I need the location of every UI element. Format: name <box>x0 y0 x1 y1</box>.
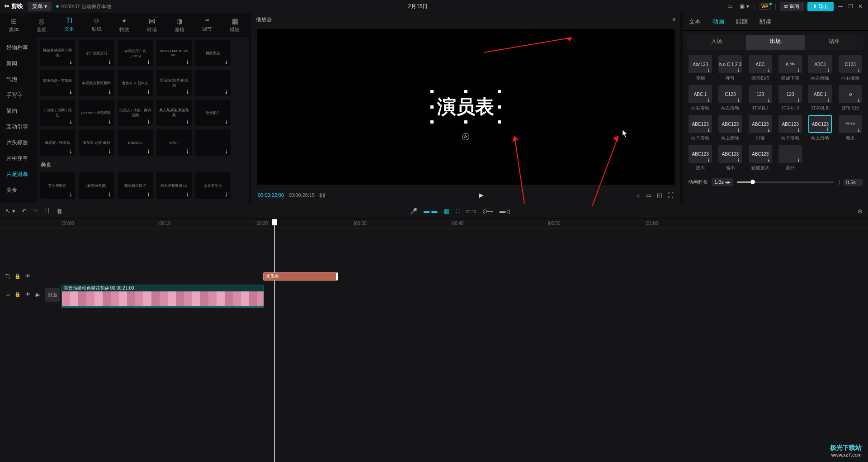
export-button[interactable]: ⬆ 导出 <box>807 2 834 11</box>
animation-item[interactable]: C123⭳向右擦除 <box>837 55 863 81</box>
category-item[interactable]: 好物种草 <box>0 40 37 56</box>
template-thumb[interactable]: BYE~⭳ <box>156 129 192 156</box>
download-icon[interactable]: ⭳ <box>146 59 151 64</box>
duration-slider[interactable] <box>737 181 834 183</box>
template-thumb[interactable]: 我的厨房日记⭳ <box>118 172 153 199</box>
sub-tab-出场[interactable]: 出场 <box>746 35 805 50</box>
template-thumb[interactable]: 出品人 | 小孩 · 剪辑后勤⭳ <box>118 100 153 126</box>
template-thumb[interactable]: ENDING⭳ <box>118 129 153 156</box>
download-icon[interactable]: ⭳ <box>767 128 771 132</box>
inspector-tab-动画[interactable]: 动画 <box>712 18 724 26</box>
download-icon[interactable]: ⭳ <box>146 119 151 124</box>
sub-tab-循环[interactable]: 循环 <box>805 35 863 50</box>
lock-icon[interactable]: 🔒 <box>14 291 21 297</box>
template-thumb[interactable]: ⭳ <box>195 70 231 96</box>
animation-item[interactable]: 123⭳打字机 I <box>747 85 774 111</box>
text-track-controls[interactable]: T¦ 🔒 👁 <box>5 273 30 279</box>
maximize-icon[interactable]: ☐ <box>847 3 854 10</box>
mode-tab-媒体[interactable]: ⊞媒体 <box>0 13 28 37</box>
download-icon[interactable]: ⭳ <box>185 149 190 154</box>
visibility-icon[interactable]: 👁 <box>25 273 30 279</box>
download-icon[interactable]: ⭳ <box>108 192 112 197</box>
timeline[interactable]: |00:00|00:10|00:20|00:30|00:40|00:50|01:… <box>0 219 868 462</box>
download-icon[interactable]: ⭳ <box>185 59 190 64</box>
template-thumb[interactable]: ｜出镜｜后期｜策划⭳ <box>40 100 75 126</box>
animation-item[interactable]: ABC123⭳向下滑动 <box>777 115 803 141</box>
download-icon[interactable]: ⭳ <box>108 149 112 154</box>
animation-item[interactable]: Abc123⭳变翻 <box>687 55 713 81</box>
template-thumb[interactable]: 出品|策划|导演|后期⭳ <box>156 70 192 96</box>
template-thumb[interactable]: 演员表 导演 编剧⭳ <box>79 129 114 156</box>
duration-max[interactable]: 0.5s <box>844 179 863 186</box>
template-thumb[interactable]: 今日的观众们⭳ <box>79 40 114 66</box>
redo-icon[interactable]: ↷ <box>33 208 38 214</box>
close-icon[interactable]: ✕ <box>857 3 863 10</box>
download-icon[interactable]: ⭳ <box>767 98 771 102</box>
preview-canvas[interactable]: 演员表 ⟳ <box>257 29 675 185</box>
visibility-icon[interactable]: 👁 <box>25 291 30 297</box>
animation-item[interactable]: ABC1⭳向左擦除 <box>807 55 833 81</box>
marker-icon[interactable]: ▮▮ <box>319 192 326 198</box>
template-thumb[interactable]: 珍贵影片⭳ <box>195 100 231 126</box>
animation-item[interactable]: ABC 1⭳向右滑动 <box>687 85 713 111</box>
video-track-controls[interactable]: ▭ 🔒 👁 🔈 <box>5 291 41 297</box>
template-thumb[interactable]: 土豆新吃法⭳ <box>195 172 231 199</box>
download-icon[interactable]: ⭳ <box>146 89 151 94</box>
download-icon[interactable]: ⭳ <box>69 149 73 154</box>
mode-tab-模板[interactable]: ▦模板 <box>221 13 249 37</box>
download-icon[interactable]: ⭳ <box>736 98 741 102</box>
template-thumb[interactable]: 芝士厚吐司⭳ <box>40 172 75 199</box>
template-thumb[interactable]: 剪映出品⭳ <box>195 40 231 66</box>
download-icon[interactable]: ⭳ <box>185 192 190 197</box>
animation-item[interactable]: ABC123⭳向下滑动 <box>687 115 713 141</box>
category-item[interactable]: 美食 <box>0 182 37 198</box>
timeline-ruler[interactable]: |00:00|00:10|00:20|00:30|00:40|00:50|01:… <box>0 219 868 229</box>
category-item[interactable]: 片尾谢幕 <box>0 167 37 182</box>
download-icon[interactable]: ⭳ <box>736 128 741 132</box>
inspector-tab-跟踪[interactable]: 跟踪 <box>736 18 748 26</box>
text-clip[interactable]: 演员表 <box>263 272 338 281</box>
clip-mode-icon[interactable]: ▬◁ <box>500 208 510 214</box>
download-icon[interactable]: ⭳ <box>707 128 711 132</box>
undo-icon[interactable]: ↶ <box>22 208 27 214</box>
download-icon[interactable]: ⭳ <box>736 68 741 72</box>
magnet-icon[interactable]: ▥ <box>444 208 449 214</box>
download-icon[interactable]: ⭳ <box>707 157 711 162</box>
download-icon[interactable]: ⭳ <box>826 68 830 72</box>
duration-input[interactable]: 1.0s ◂▸ <box>712 178 733 186</box>
animation-item[interactable]: 123⭳打字机 II <box>777 85 803 111</box>
download-icon[interactable]: ⭳ <box>224 119 229 124</box>
template-thumb[interactable]: |春季特色菜|⭳ <box>79 172 114 199</box>
lock-icon[interactable]: 🔒 <box>14 273 21 279</box>
category-item[interactable]: 气泡 <box>0 71 37 87</box>
mode-tab-贴纸[interactable]: ☺贴纸 <box>83 13 110 37</box>
template-thumb[interactable]: ⭳ <box>195 129 231 156</box>
animation-item[interactable]: ABC 1⭳打字机 III <box>807 85 833 111</box>
template-thumb[interactable]: 某人某某某 某某某某⭳ <box>156 100 192 126</box>
animation-item[interactable]: ↺⭳旋转飞出 <box>837 85 863 111</box>
play-button[interactable]: ▶ <box>330 191 632 199</box>
cover-button[interactable]: 封面 <box>45 288 60 302</box>
download-icon[interactable]: ⭳ <box>707 98 711 102</box>
preview-mode-icon[interactable]: ⊙— <box>482 208 493 214</box>
layout-icon-2[interactable]: ▣ ▾ <box>739 2 750 11</box>
animation-item[interactable]: A ᴬᴮᶜ⭳螺旋下降 <box>777 55 803 81</box>
download-icon[interactable]: ⭳ <box>797 157 801 162</box>
download-icon[interactable]: ⭳ <box>69 59 73 64</box>
animation-item[interactable]: ⭳展开 <box>777 145 803 171</box>
download-icon[interactable]: ⭳ <box>826 98 830 102</box>
download-icon[interactable]: ⭳ <box>185 89 190 94</box>
review-button[interactable]: ⧉ 审阅 <box>780 2 804 11</box>
mode-tab-转场[interactable]: ⋈转场 <box>138 13 166 37</box>
fullscreen-icon[interactable]: ⛶ <box>668 192 674 199</box>
sub-tab-入场[interactable]: 入场 <box>687 35 746 50</box>
template-thumb[interactable]: Director：特别鸣谢⭳ <box>79 100 114 126</box>
text-element[interactable]: 演员表 ⟳ <box>432 91 500 122</box>
download-icon[interactable]: ⭳ <box>736 157 741 162</box>
template-thumb[interactable]: VIDEO MADE BY ME⭳ <box>156 40 192 66</box>
animation-item[interactable]: ABC123⭳放大 <box>687 145 713 171</box>
template-thumb[interactable]: 随便插点一下架构 >⭳ <box>40 70 75 96</box>
mode-tab-音频[interactable]: ◎音频 <box>28 13 55 37</box>
resolution-icon[interactable]: ◱ <box>657 192 662 199</box>
rotate-handle[interactable]: ⟳ <box>462 133 469 140</box>
